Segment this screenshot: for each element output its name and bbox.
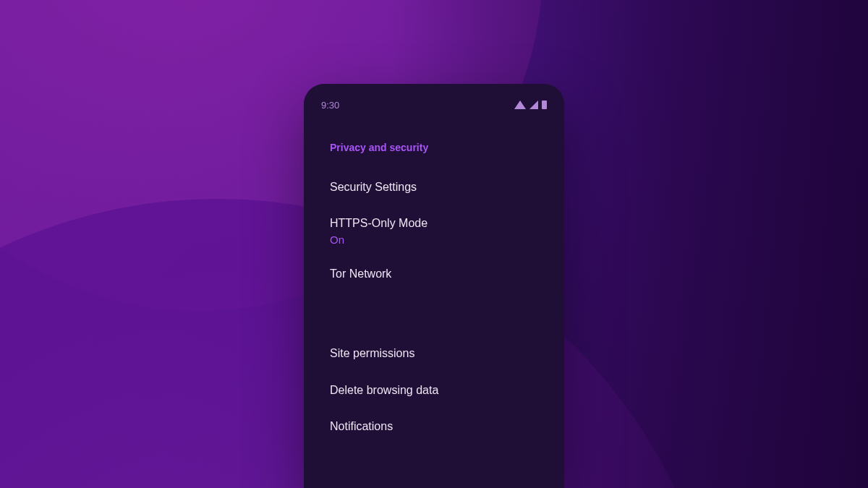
setting-label: Notifications [330,419,538,435]
setting-notifications[interactable]: Notifications [304,408,564,445]
setting-label: Site permissions [330,346,538,361]
setting-label: Security Settings [330,179,538,195]
setting-label: Delete browsing data [330,382,538,398]
setting-https-only-mode[interactable]: HTTPS-Only Mode On [304,205,564,255]
setting-label: HTTPS-Only Mode [330,215,538,231]
status-bar: 9:30 [304,84,564,113]
signal-icon [529,100,538,109]
setting-security-settings[interactable]: Security Settings [304,169,564,205]
section-header-privacy: Privacy and security [304,142,564,169]
status-icons [514,100,547,109]
battery-icon [542,100,547,109]
setting-delete-browsing-data[interactable]: Delete browsing data [304,372,564,408]
setting-site-permissions[interactable]: Site permissions [304,335,564,372]
status-time: 9:30 [321,100,339,111]
setting-tor-network[interactable]: Tor Network [304,256,564,292]
wifi-icon [514,100,526,109]
setting-label: Tor Network [330,266,538,282]
settings-content: Privacy and security Security Settings H… [304,113,564,445]
setting-value: On [330,234,538,246]
phone-frame: 9:30 Privacy and security Security Setti… [304,84,564,488]
